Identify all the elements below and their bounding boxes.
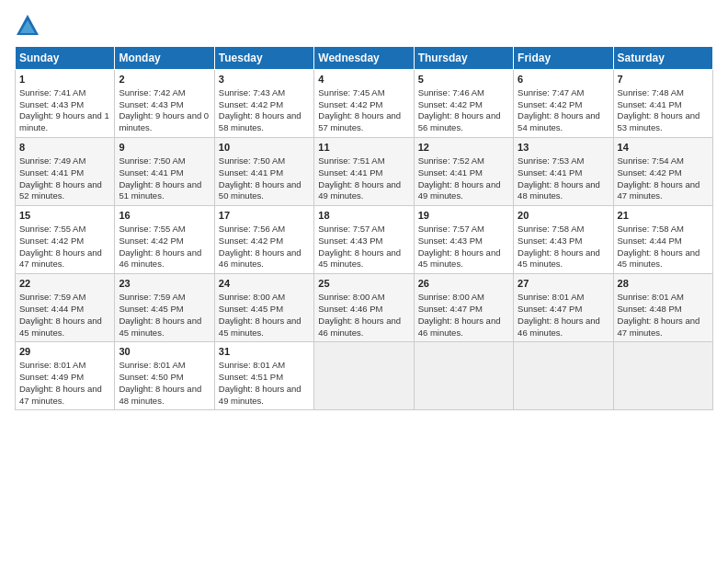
daylight: Daylight: 8 hours and 45 minutes. xyxy=(518,247,600,270)
day-cell: 25Sunrise: 8:00 AMSunset: 4:46 PMDayligh… xyxy=(314,274,414,342)
day-number: 5 xyxy=(418,73,509,86)
daylight: Daylight: 9 hours and 1 minute. xyxy=(19,110,109,132)
sunset: Sunset: 4:43 PM xyxy=(119,99,183,109)
day-cell: 24Sunrise: 8:00 AMSunset: 4:45 PMDayligh… xyxy=(214,274,313,342)
daylight: Daylight: 8 hours and 49 minutes. xyxy=(418,179,501,201)
sunrise: Sunrise: 7:43 AM xyxy=(219,87,285,98)
day-cell: 5Sunrise: 7:46 AMSunset: 4:42 PMDaylight… xyxy=(414,70,513,138)
day-number: 21 xyxy=(618,209,709,223)
day-cell: 16Sunrise: 7:55 AMSunset: 4:42 PMDayligh… xyxy=(115,206,214,274)
sunset: Sunset: 4:49 PM xyxy=(19,372,84,382)
sunrise: Sunrise: 7:59 AM xyxy=(19,292,85,302)
daylight: Daylight: 8 hours and 48 minutes. xyxy=(518,179,600,201)
sunrise: Sunrise: 7:53 AM xyxy=(518,155,584,166)
day-cell: 19Sunrise: 7:57 AMSunset: 4:43 PMDayligh… xyxy=(414,206,513,274)
sunrise: Sunrise: 7:47 AM xyxy=(518,87,584,98)
day-cell: 7Sunrise: 7:48 AMSunset: 4:41 PMDaylight… xyxy=(613,70,712,138)
sunset: Sunset: 4:42 PM xyxy=(418,99,483,109)
header xyxy=(15,13,713,39)
daylight: Daylight: 8 hours and 46 minutes. xyxy=(518,316,600,338)
sunrise: Sunrise: 7:57 AM xyxy=(318,224,384,234)
sunset: Sunset: 4:41 PM xyxy=(618,99,682,109)
day-cell: 4Sunrise: 7:45 AMSunset: 4:42 PMDaylight… xyxy=(314,70,414,138)
header-row: SundayMondayTuesdayWednesdayThursdayFrid… xyxy=(16,47,713,70)
col-header-friday: Friday xyxy=(514,47,613,70)
week-row-2: 8Sunrise: 7:49 AMSunset: 4:41 PMDaylight… xyxy=(16,138,713,206)
sunrise: Sunrise: 8:00 AM xyxy=(418,292,484,302)
sunset: Sunset: 4:45 PM xyxy=(119,304,183,314)
day-cell: 30Sunrise: 8:01 AMSunset: 4:50 PMDayligh… xyxy=(115,342,214,410)
sunrise: Sunrise: 7:50 AM xyxy=(219,155,285,166)
sunrise: Sunrise: 7:41 AM xyxy=(19,87,85,98)
daylight: Daylight: 8 hours and 46 minutes. xyxy=(119,247,201,270)
day-number: 2 xyxy=(119,73,210,86)
sunset: Sunset: 4:43 PM xyxy=(418,236,483,246)
day-cell xyxy=(613,342,712,410)
day-number: 13 xyxy=(518,141,609,155)
sunset: Sunset: 4:42 PM xyxy=(19,236,84,246)
sunset: Sunset: 4:43 PM xyxy=(518,236,582,246)
sunset: Sunset: 4:42 PM xyxy=(119,236,183,246)
day-number: 24 xyxy=(219,277,310,291)
day-number: 3 xyxy=(219,73,310,86)
day-number: 1 xyxy=(19,73,110,86)
daylight: Daylight: 8 hours and 47 minutes. xyxy=(618,179,700,201)
sunrise: Sunrise: 7:52 AM xyxy=(418,155,484,166)
daylight: Daylight: 8 hours and 47 minutes. xyxy=(19,384,102,406)
sunrise: Sunrise: 7:42 AM xyxy=(119,87,185,98)
sunrise: Sunrise: 8:01 AM xyxy=(219,360,285,370)
page: SundayMondayTuesdayWednesdayThursdayFrid… xyxy=(0,0,728,563)
sunrise: Sunrise: 7:51 AM xyxy=(318,155,384,166)
logo xyxy=(15,13,42,39)
sunset: Sunset: 4:41 PM xyxy=(518,167,582,178)
week-row-5: 29Sunrise: 8:01 AMSunset: 4:49 PMDayligh… xyxy=(16,342,713,410)
week-row-1: 1Sunrise: 7:41 AMSunset: 4:43 PMDaylight… xyxy=(16,70,713,138)
day-cell xyxy=(314,342,414,410)
sunset: Sunset: 4:42 PM xyxy=(318,99,382,109)
sunrise: Sunrise: 7:45 AM xyxy=(318,87,384,98)
daylight: Daylight: 8 hours and 51 minutes. xyxy=(119,179,201,201)
sunset: Sunset: 4:50 PM xyxy=(119,372,183,382)
sunrise: Sunrise: 8:00 AM xyxy=(318,292,384,302)
sunrise: Sunrise: 7:58 AM xyxy=(618,224,684,234)
day-cell xyxy=(514,342,613,410)
day-number: 11 xyxy=(318,141,409,155)
day-number: 19 xyxy=(418,209,509,223)
daylight: Daylight: 8 hours and 45 minutes. xyxy=(219,316,301,338)
day-cell: 12Sunrise: 7:52 AMSunset: 4:41 PMDayligh… xyxy=(414,138,513,206)
day-number: 30 xyxy=(119,345,210,359)
day-number: 9 xyxy=(119,141,210,155)
daylight: Daylight: 8 hours and 45 minutes. xyxy=(618,247,700,270)
sunset: Sunset: 4:42 PM xyxy=(518,99,582,109)
daylight: Daylight: 8 hours and 48 minutes. xyxy=(119,384,201,406)
day-cell: 22Sunrise: 7:59 AMSunset: 4:44 PMDayligh… xyxy=(16,274,115,342)
sunrise: Sunrise: 8:01 AM xyxy=(19,360,85,370)
day-number: 31 xyxy=(219,345,310,359)
sunrise: Sunrise: 8:01 AM xyxy=(618,292,684,302)
sunrise: Sunrise: 7:57 AM xyxy=(418,224,484,234)
day-number: 14 xyxy=(618,141,709,155)
day-number: 20 xyxy=(518,209,609,223)
sunset: Sunset: 4:47 PM xyxy=(518,304,582,314)
sunrise: Sunrise: 7:50 AM xyxy=(119,155,185,166)
day-number: 22 xyxy=(19,277,110,291)
day-number: 16 xyxy=(119,209,210,223)
day-number: 8 xyxy=(19,141,110,155)
sunrise: Sunrise: 8:01 AM xyxy=(119,360,185,370)
day-cell: 9Sunrise: 7:50 AMSunset: 4:41 PMDaylight… xyxy=(115,138,214,206)
sunset: Sunset: 4:51 PM xyxy=(219,372,283,382)
sunrise: Sunrise: 8:01 AM xyxy=(518,292,584,302)
sunrise: Sunrise: 7:56 AM xyxy=(219,224,285,234)
day-number: 17 xyxy=(219,209,310,223)
sunset: Sunset: 4:45 PM xyxy=(219,304,283,314)
day-cell: 23Sunrise: 7:59 AMSunset: 4:45 PMDayligh… xyxy=(115,274,214,342)
sunset: Sunset: 4:41 PM xyxy=(219,167,283,178)
day-cell: 27Sunrise: 8:01 AMSunset: 4:47 PMDayligh… xyxy=(514,274,613,342)
sunrise: Sunrise: 7:55 AM xyxy=(119,224,185,234)
sunrise: Sunrise: 7:54 AM xyxy=(618,155,684,166)
day-number: 28 xyxy=(618,277,709,291)
sunrise: Sunrise: 7:55 AM xyxy=(19,224,85,234)
day-number: 7 xyxy=(618,73,709,86)
sunset: Sunset: 4:48 PM xyxy=(618,304,682,314)
daylight: Daylight: 8 hours and 54 minutes. xyxy=(518,110,600,132)
